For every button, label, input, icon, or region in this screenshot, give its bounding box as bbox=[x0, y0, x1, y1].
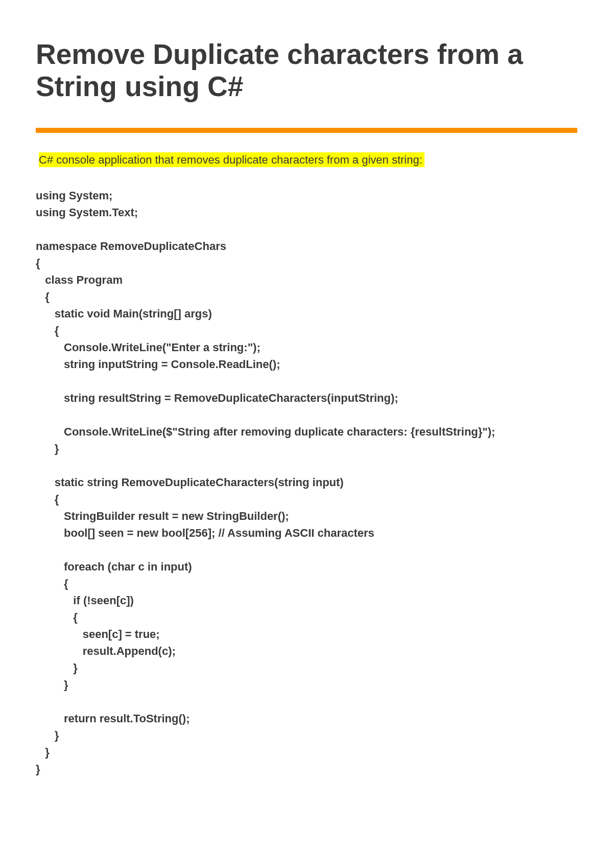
intro-wrapper: C# console application that removes dupl… bbox=[36, 153, 577, 167]
divider bbox=[36, 128, 577, 133]
code-block: using System; using System.Text; namespa… bbox=[36, 187, 577, 778]
page-title: Remove Duplicate characters from a Strin… bbox=[36, 38, 577, 103]
intro-text: C# console application that removes dupl… bbox=[39, 152, 425, 167]
